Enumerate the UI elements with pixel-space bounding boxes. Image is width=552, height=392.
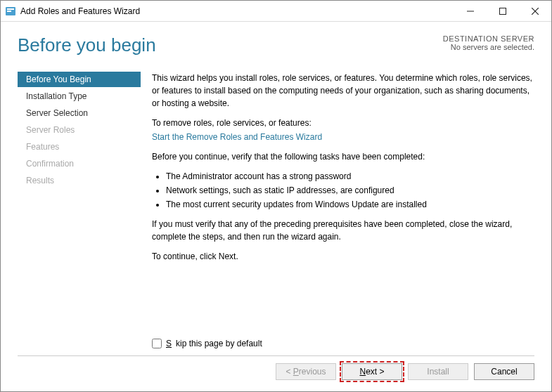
wizard-content: This wizard helps you install roles, rol… — [141, 72, 534, 339]
close-button[interactable] — [519, 1, 551, 22]
titlebar: Add Roles and Features Wizard — [1, 1, 551, 22]
nav-confirmation: Confirmation — [18, 156, 141, 171]
window-title: Add Roles and Features Wizard — [20, 6, 454, 16]
destination-server-label: DESTINATION SERVER — [443, 34, 534, 43]
skip-checkbox[interactable] — [152, 339, 162, 348]
footer-divider — [18, 355, 534, 356]
install-button: Install — [408, 363, 468, 380]
verify-label: Before you continue, verify that the fol… — [152, 150, 534, 163]
continue-note: To continue, click Next. — [152, 250, 534, 263]
remove-label: To remove roles, role services, or featu… — [152, 117, 534, 129]
remove-roles-link[interactable]: Start the Remove Roles and Features Wiza… — [152, 132, 322, 142]
nav-features: Features — [18, 139, 141, 155]
prereq-item: The most current security updates from W… — [166, 198, 534, 211]
page-title: Before you begin — [18, 34, 443, 56]
maximize-button[interactable] — [487, 1, 519, 22]
skip-label-rest: kip this page by default — [176, 339, 262, 348]
destination-server-block: DESTINATION SERVER No servers are select… — [443, 34, 534, 51]
prereq-item: Network settings, such as static IP addr… — [166, 184, 534, 197]
wizard-sidebar: Before You Begin Installation Type Serve… — [18, 72, 141, 339]
svg-rect-2 — [7, 11, 11, 12]
svg-rect-1 — [7, 8, 14, 10]
app-icon — [5, 6, 16, 17]
next-button[interactable]: Next > — [342, 363, 402, 380]
previous-button: < Previous — [276, 363, 336, 380]
prereq-item: The Administrator account has a strong p… — [166, 170, 534, 183]
nav-before-you-begin[interactable]: Before You Begin — [18, 72, 141, 87]
nav-results: Results — [18, 173, 141, 188]
skip-underline: S — [166, 339, 172, 348]
wizard-buttons: < Previous Next > Install Cancel — [1, 363, 551, 390]
intro-paragraph: This wizard helps you install roles, rol… — [152, 72, 534, 110]
nav-server-selection[interactable]: Server Selection — [18, 105, 141, 121]
nav-server-roles: Server Roles — [18, 122, 141, 138]
nav-installation-type[interactable]: Installation Type — [18, 89, 141, 104]
close-wizard-note: If you must verify that any of the prece… — [152, 218, 534, 243]
minimize-button[interactable] — [454, 1, 487, 22]
skip-checkbox-row[interactable]: Skip this page by default — [152, 339, 534, 348]
cancel-button[interactable]: Cancel — [474, 363, 534, 380]
wizard-header: Before you begin DESTINATION SERVER No s… — [1, 22, 551, 72]
destination-server-value: No servers are selected. — [443, 43, 534, 51]
prerequisite-list: The Administrator account has a strong p… — [152, 170, 534, 211]
svg-rect-4 — [500, 8, 506, 14]
